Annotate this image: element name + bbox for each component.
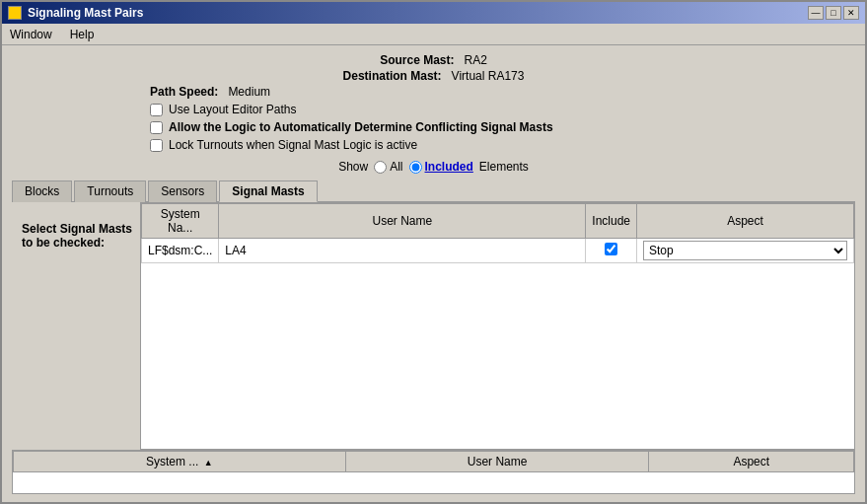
lock-turnouts-checkbox[interactable]	[150, 139, 163, 152]
tab-bar: Blocks Turnouts Sensors Signal Masts	[12, 180, 855, 202]
sort-arrow-icon: ▲	[204, 458, 213, 468]
upper-table-container: System Na... User Name Include Aspect LF…	[140, 202, 855, 450]
bottom-col-aspect: Aspect	[649, 452, 854, 472]
left-label-line1: Select Signal Masts	[22, 222, 140, 236]
bottom-table-section: System ... ▲ User Name Aspect	[12, 450, 855, 494]
cell-system-name: LF$dsm:C...	[142, 239, 219, 263]
tab-sensors[interactable]: Sensors	[148, 180, 217, 202]
col-system-name: System Na...	[142, 204, 219, 239]
path-speed-value: Medium	[228, 85, 270, 99]
table-row: LF$dsm:C... LA4 Stop Clear Caution	[142, 239, 854, 263]
title-bar: Signaling Mast Pairs — □ ✕	[2, 2, 865, 24]
cell-user-name: LA4	[219, 239, 586, 263]
destination-label: Destination Mast:	[343, 69, 442, 83]
source-value: RA2	[465, 53, 487, 67]
menu-window[interactable]: Window	[6, 27, 56, 42]
minimize-button[interactable]: —	[808, 6, 824, 20]
show-included-radio[interactable]	[409, 161, 422, 174]
show-all-radio[interactable]	[374, 161, 387, 174]
elements-label: Elements	[479, 160, 529, 174]
show-all-label[interactable]: All	[374, 160, 402, 174]
path-speed-label: Path Speed:	[150, 85, 218, 99]
source-mast-row: Source Mast: RA2	[12, 53, 855, 67]
tab-signal-masts[interactable]: Signal Masts	[219, 180, 317, 202]
main-content: Source Mast: RA2 Destination Mast: Virtu…	[2, 45, 865, 502]
source-label: Source Mast:	[380, 53, 454, 67]
window-title: Signaling Mast Pairs	[28, 6, 143, 20]
title-buttons: — □ ✕	[808, 6, 859, 20]
menu-bar: Window Help	[2, 24, 865, 45]
auto-determine-checkbox[interactable]	[150, 121, 163, 134]
bottom-col-system: System ... ▲	[14, 452, 346, 472]
path-speed-row: Path Speed: Medium	[12, 85, 855, 99]
col-aspect: Aspect	[637, 204, 854, 239]
lock-turnouts-label[interactable]: Lock Turnouts when Signal Mast Logic is …	[169, 138, 417, 152]
destination-mast-row: Destination Mast: Virtual RA173	[12, 69, 855, 83]
tab-blocks[interactable]: Blocks	[12, 180, 72, 202]
destination-value: Virtual RA173	[452, 69, 525, 83]
tab-turnouts[interactable]: Turnouts	[74, 180, 146, 202]
included-text: Included	[425, 160, 473, 174]
bottom-table: System ... ▲ User Name Aspect	[13, 451, 854, 472]
menu-help[interactable]: Help	[66, 27, 99, 42]
left-label-line2: to be checked:	[22, 236, 140, 250]
aspect-select[interactable]: Stop Clear Caution	[643, 241, 847, 260]
maximize-button[interactable]: □	[826, 6, 841, 20]
main-window: Signaling Mast Pairs — □ ✕ Window Help S…	[0, 0, 867, 504]
window-icon	[8, 6, 22, 20]
checkbox-row-2: Allow the Logic to Automatically Determi…	[12, 120, 855, 134]
use-layout-editor-checkbox[interactable]	[150, 104, 163, 116]
cell-aspect: Stop Clear Caution	[637, 239, 854, 263]
col-user-name: User Name	[219, 204, 586, 239]
bottom-col-user-name: User Name	[345, 452, 649, 472]
cell-include[interactable]	[586, 239, 637, 263]
col-include: Include	[586, 204, 637, 239]
use-layout-editor-label[interactable]: Use Layout Editor Paths	[169, 103, 296, 116]
include-checkbox[interactable]	[605, 243, 617, 255]
checkbox-row-3: Lock Turnouts when Signal Mast Logic is …	[12, 138, 855, 152]
auto-determine-label[interactable]: Allow the Logic to Automatically Determi…	[169, 120, 553, 134]
split-layout: Select Signal Masts to be checked: Syste…	[12, 202, 855, 450]
table-section: Select Signal Masts to be checked: Syste…	[12, 202, 855, 494]
show-label: Show	[338, 160, 368, 174]
upper-table: System Na... User Name Include Aspect LF…	[141, 203, 854, 263]
show-included-label[interactable]: Included	[409, 160, 473, 174]
info-section: Source Mast: RA2 Destination Mast: Virtu…	[12, 53, 855, 156]
left-label: Select Signal Masts to be checked:	[12, 202, 140, 450]
show-row: Show All Included Elements	[12, 160, 855, 174]
checkbox-row-1: Use Layout Editor Paths	[12, 103, 855, 116]
close-button[interactable]: ✕	[843, 6, 859, 20]
